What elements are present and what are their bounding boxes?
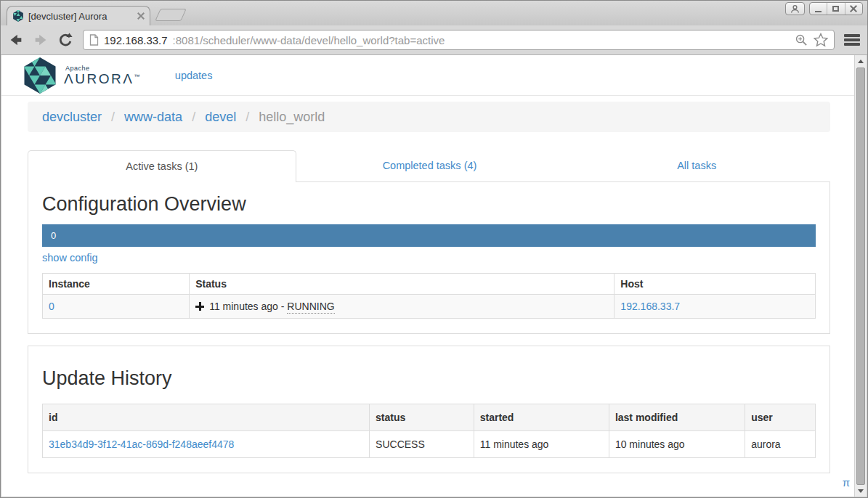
col-header-last-modified: last modified: [609, 404, 745, 430]
progress-instance-label: 0: [51, 230, 56, 241]
host-link[interactable]: 192.168.33.7: [620, 301, 680, 312]
update-history-panel: Update History id status started last mo…: [28, 346, 830, 473]
updates-link[interactable]: updates: [175, 70, 213, 81]
update-history-title: Update History: [42, 368, 816, 388]
browser-window: [devcluster] Aurora: [0, 0, 868, 498]
breadcrumb-environment[interactable]: devel: [205, 110, 236, 124]
tab-active-tasks[interactable]: Active tasks (1): [28, 150, 296, 182]
page-content: Apache ΛURORΛ™ updates devcluster / www-…: [1, 55, 856, 497]
bookmark-star-icon[interactable]: [814, 33, 828, 47]
aurora-logo-icon: [23, 57, 57, 94]
plus-icon: [195, 302, 204, 311]
titlebar: [devcluster] Aurora: [1, 1, 867, 25]
profile-button[interactable]: [785, 2, 805, 15]
breadcrumb-separator: /: [111, 110, 115, 124]
trademark: ™: [134, 73, 142, 80]
aurora-wordmark: Apache ΛURORΛ™: [64, 65, 142, 86]
col-header-user: user: [745, 404, 816, 430]
browser-tab[interactable]: [devcluster] Aurora: [7, 6, 150, 25]
task-tabs: Active tasks (1) Completed tasks (4) All…: [28, 150, 830, 182]
url-path-text: :8081/scheduler/www-data/devel/hello_wor…: [173, 34, 445, 46]
tab-completed-tasks[interactable]: Completed tasks (4): [296, 150, 564, 182]
url-host-text: 192.168.33.7: [104, 34, 168, 46]
back-arrow-icon: [8, 32, 24, 48]
show-config-link[interactable]: show config: [42, 252, 98, 264]
favicon-aurora-icon: [12, 10, 24, 22]
update-started: 11 minutes ago: [474, 430, 609, 457]
breadcrumb: devcluster / www-data / devel / hello_wo…: [28, 102, 830, 132]
breadcrumb-job-current: hello_world: [259, 110, 325, 124]
forward-arrow-icon: [33, 32, 49, 48]
browser-toolbar: 192.168.33.7:8081/scheduler/www-data/dev…: [1, 25, 867, 55]
pi-link[interactable]: π: [843, 476, 850, 489]
url-bar[interactable]: 192.168.33.7:8081/scheduler/www-data/dev…: [83, 30, 835, 50]
back-button[interactable]: [7, 31, 25, 49]
status-time: 11 minutes ago: [209, 301, 278, 312]
col-header-update-status: status: [370, 404, 474, 430]
col-header-id: id: [43, 404, 370, 430]
vertical-scrollbar[interactable]: [854, 55, 867, 497]
instance-row: 0 11 minutes ago - RUNNING 192.168.33.7: [43, 295, 816, 319]
window-controls: [809, 2, 863, 15]
status-separator: -: [281, 301, 285, 312]
update-status: SUCCESS: [370, 430, 474, 457]
forward-button[interactable]: [32, 31, 49, 49]
reload-icon: [57, 32, 73, 48]
tab-all-tasks[interactable]: All tasks: [563, 150, 830, 182]
reload-button[interactable]: [57, 31, 74, 49]
scrollbar-thumb[interactable]: [856, 68, 865, 485]
minimize-button[interactable]: [810, 3, 827, 15]
breadcrumb-cluster[interactable]: devcluster: [42, 110, 102, 124]
update-id-link[interactable]: 31eb34d9-3f12-41ac-869d-f248aeef4478: [49, 438, 234, 450]
update-history-table: id status started last modified user 31e…: [42, 404, 816, 458]
update-row: 31eb34d9-3f12-41ac-869d-f248aeef4478 SUC…: [43, 430, 816, 457]
maximize-button[interactable]: [827, 3, 844, 15]
maximize-icon: [832, 6, 839, 12]
instance-link[interactable]: 0: [49, 301, 54, 312]
triangle-down-icon: [858, 489, 864, 493]
col-header-host: Host: [615, 274, 816, 295]
scroll-up-button[interactable]: [855, 55, 867, 67]
zoom-icon[interactable]: [795, 33, 808, 47]
breadcrumb-separator: /: [246, 110, 249, 124]
update-user: aurora: [745, 430, 816, 457]
person-icon: [790, 4, 800, 14]
site-header: Apache ΛURORΛ™ updates: [1, 55, 856, 96]
menu-hamburger-icon[interactable]: [843, 33, 861, 46]
instance-progress-bar: 0: [42, 224, 816, 247]
minimize-icon: [815, 11, 822, 12]
tab-title: [devcluster] Aurora: [28, 11, 133, 22]
col-header-status: Status: [190, 274, 615, 295]
config-overview-title: Configuration Overview: [42, 194, 816, 214]
close-icon: [850, 5, 857, 12]
brand-aurora: ΛURORΛ: [64, 71, 134, 86]
scroll-down-button[interactable]: [855, 485, 867, 497]
close-button[interactable]: [845, 3, 862, 15]
instances-table: Instance Status Host 0 11 minutes ago - …: [42, 273, 816, 319]
col-header-started: started: [474, 404, 609, 430]
triangle-up-icon: [858, 60, 864, 63]
update-last-modified: 10 minutes ago: [609, 430, 745, 457]
page-icon: [89, 34, 99, 46]
tab-close-icon[interactable]: [137, 12, 145, 20]
new-tab-button[interactable]: [155, 9, 187, 21]
breadcrumb-role[interactable]: www-data: [124, 110, 182, 124]
status-state: RUNNING: [287, 301, 334, 314]
active-tasks-panel: Configuration Overview 0 show config Ins…: [28, 182, 830, 334]
breadcrumb-separator: /: [192, 110, 195, 124]
col-header-instance: Instance: [43, 274, 190, 295]
